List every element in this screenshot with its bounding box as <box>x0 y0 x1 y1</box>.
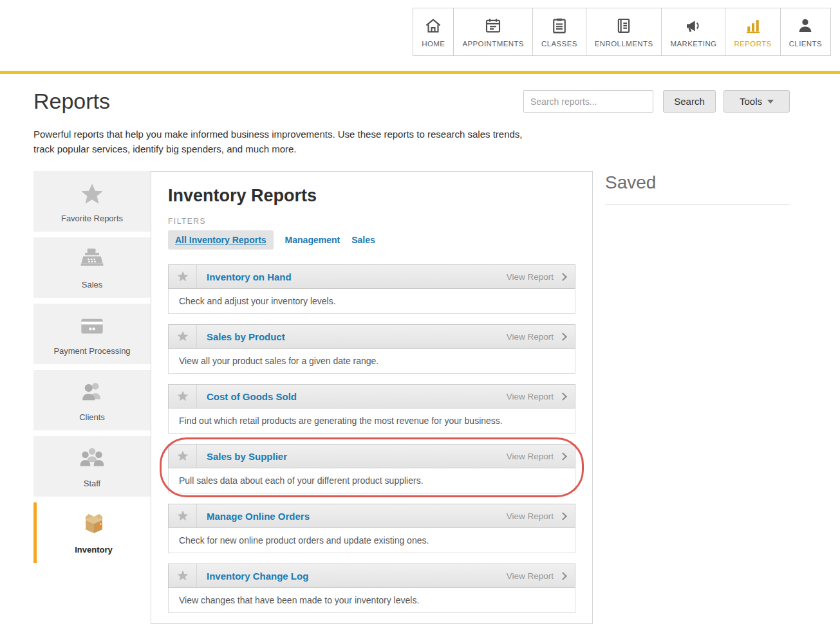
report-item-inventory-change-log: Inventory Change Log View Report View ch… <box>168 564 575 613</box>
report-item-manage-online-orders: Manage Online Orders View Report Check f… <box>168 504 575 553</box>
favorite-star-icon[interactable] <box>169 385 197 408</box>
report-description: View changes that have been made to your… <box>168 588 575 613</box>
sidebar-item-label: Staff <box>84 479 101 488</box>
favorite-star-icon[interactable] <box>169 445 197 468</box>
bar-chart-icon <box>743 16 763 35</box>
tab-enrollments[interactable]: ENROLLMENTS <box>586 8 662 56</box>
top-nav: HOME APPOINTMENTS CLASSES <box>413 8 831 56</box>
saved-title: Saved <box>605 172 790 193</box>
favorite-star-icon[interactable] <box>169 564 197 587</box>
chevron-right-icon <box>559 452 567 461</box>
view-report-label: View Report <box>507 332 554 342</box>
tab-home[interactable]: HOME <box>413 8 454 56</box>
sidebar-item-payment-processing[interactable]: Payment Processing <box>33 304 151 364</box>
sidebar-item-staff[interactable]: Staff <box>33 436 151 497</box>
report-title-link[interactable]: Cost of Goods Sold <box>207 391 297 402</box>
report-category-sidebar: Favorite Reports Sales <box>33 171 151 569</box>
chevron-right-icon <box>559 333 567 341</box>
tab-label: CLASSES <box>541 40 577 48</box>
favorite-star-icon[interactable] <box>169 265 197 288</box>
saved-divider <box>605 204 790 205</box>
search-input[interactable] <box>523 90 653 113</box>
home-icon <box>424 16 443 35</box>
view-report-area[interactable]: View Report <box>507 511 575 521</box>
report-title-link[interactable]: Manage Online Orders <box>207 511 310 522</box>
favorite-star-icon[interactable] <box>169 504 197 528</box>
tools-button-label: Tools <box>740 96 762 107</box>
tab-label: APPOINTMENTS <box>462 40 524 48</box>
clients-icon <box>77 379 107 408</box>
binder-icon <box>614 16 633 35</box>
filters-label: FILTERS <box>168 217 575 226</box>
tab-label: MARKETING <box>670 40 716 48</box>
search-button[interactable]: Search <box>663 90 716 113</box>
report-title-link[interactable]: Inventory on Hand <box>207 271 292 282</box>
tab-marketing[interactable]: MARKETING <box>661 8 725 56</box>
sidebar-item-label: Payment Processing <box>53 346 130 356</box>
report-description: Check for new online product orders and … <box>168 528 575 553</box>
cash-register-icon <box>75 245 109 276</box>
filter-sales[interactable]: Sales <box>351 235 375 245</box>
inventory-box-icon <box>78 510 110 541</box>
chevron-right-icon <box>559 273 567 281</box>
reports-page: HOME APPOINTMENTS CLASSES <box>0 0 840 624</box>
page-description: Powerful reports that help you make info… <box>33 127 542 157</box>
report-row-header[interactable]: Inventory Change Log View Report <box>168 564 575 588</box>
report-description: Pull sales data about each of your diffe… <box>168 468 575 493</box>
filter-management[interactable]: Management <box>285 235 341 245</box>
star-icon <box>79 181 106 210</box>
report-row-header[interactable]: Sales by Product View Report <box>168 324 575 349</box>
report-description: Find out which retail products are gener… <box>168 408 575 434</box>
report-description: View all your product sales for a given … <box>168 349 575 374</box>
tab-label: CLIENTS <box>789 40 822 48</box>
tab-appointments[interactable]: APPOINTMENTS <box>453 8 533 56</box>
sidebar-item-favorite-reports[interactable]: Favorite Reports <box>33 171 151 232</box>
report-title-link[interactable]: Inventory Change Log <box>207 571 308 582</box>
tools-button[interactable]: Tools <box>723 90 790 113</box>
view-report-area[interactable]: View Report <box>507 332 575 342</box>
chevron-right-icon <box>559 392 567 401</box>
view-report-area[interactable]: View Report <box>507 392 575 401</box>
search-button-label: Search <box>674 96 705 107</box>
staff-icon <box>76 445 108 475</box>
view-report-label: View Report <box>507 452 554 461</box>
tab-label: ENROLLMENTS <box>595 40 653 48</box>
report-item-sales-by-product: Sales by Product View Report View all yo… <box>168 324 575 374</box>
sidebar-item-label: Sales <box>82 280 103 289</box>
megaphone-icon <box>684 16 703 35</box>
view-report-label: View Report <box>507 511 554 521</box>
sidebar-item-sales[interactable]: Sales <box>33 237 151 298</box>
tab-clients[interactable]: CLIENTS <box>780 8 831 56</box>
person-icon <box>796 16 815 35</box>
sidebar-item-label: Favorite Reports <box>61 214 123 223</box>
report-item-cost-of-goods-sold: Cost of Goods Sold View Report Find out … <box>168 384 575 434</box>
filter-all-inventory-reports[interactable]: All Inventory Reports <box>168 230 274 250</box>
view-report-area[interactable]: View Report <box>507 272 575 282</box>
credit-card-icon <box>77 313 107 342</box>
sidebar-item-inventory[interactable]: Inventory <box>33 502 151 563</box>
chevron-right-icon <box>559 572 567 580</box>
report-list: Inventory on Hand View Report Check and … <box>168 264 575 613</box>
report-row-header[interactable]: Manage Online Orders View Report <box>168 504 575 528</box>
sidebar-item-label: Inventory <box>75 545 113 555</box>
report-row-header[interactable]: Sales by Supplier View Report <box>168 444 575 468</box>
chevron-down-icon <box>767 100 774 104</box>
report-description: Check and adjust your inventory levels. <box>168 289 575 314</box>
favorite-star-icon[interactable] <box>169 325 197 348</box>
view-report-label: View Report <box>507 571 554 581</box>
view-report-area[interactable]: View Report <box>507 452 575 461</box>
inventory-reports-panel: Inventory Reports FILTERS All Inventory … <box>151 171 593 624</box>
report-title-link[interactable]: Sales by Product <box>207 331 285 342</box>
view-report-area[interactable]: View Report <box>507 571 575 581</box>
report-row-header[interactable]: Cost of Goods Sold View Report <box>168 384 575 408</box>
report-item-inventory-on-hand: Inventory on Hand View Report Check and … <box>168 264 575 314</box>
view-report-label: View Report <box>507 272 554 282</box>
report-title-link[interactable]: Sales by Supplier <box>207 451 287 462</box>
sidebar-item-clients[interactable]: Clients <box>33 370 151 430</box>
report-row-header[interactable]: Inventory on Hand View Report <box>168 264 575 289</box>
chevron-right-icon <box>559 512 567 520</box>
tab-reports[interactable]: REPORTS <box>725 8 780 56</box>
tab-classes[interactable]: CLASSES <box>532 8 586 56</box>
sidebar-item-label: Clients <box>79 412 105 422</box>
page-title: Reports <box>33 89 110 114</box>
